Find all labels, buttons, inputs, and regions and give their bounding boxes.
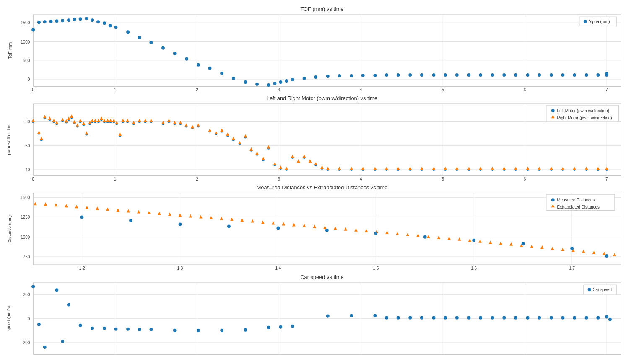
svg-point-376	[522, 242, 525, 245]
svg-point-73	[491, 73, 494, 77]
svg-marker-157	[106, 119, 109, 122]
svg-point-34	[85, 17, 88, 20]
svg-text:1500: 1500	[21, 21, 30, 25]
svg-marker-347	[416, 234, 420, 237]
svg-point-51	[255, 83, 259, 86]
svg-marker-255	[191, 125, 194, 129]
svg-marker-203	[408, 167, 412, 170]
svg-point-48	[220, 72, 223, 75]
svg-point-25	[31, 28, 35, 31]
svg-text:5: 5	[441, 88, 444, 92]
svg-point-82	[596, 73, 600, 77]
tof-chart-panel: TOF (mm) vs time	[4, 4, 640, 93]
svg-point-437	[444, 316, 447, 319]
svg-point-445	[538, 316, 541, 319]
svg-point-75	[514, 73, 517, 77]
svg-text:1.3: 1.3	[177, 266, 183, 271]
svg-marker-265	[238, 141, 242, 144]
svg-marker-360	[551, 247, 554, 250]
svg-text:Alpha (mm): Alpha (mm)	[589, 19, 610, 24]
svg-point-428	[291, 324, 294, 328]
svg-marker-119	[43, 115, 47, 119]
svg-point-27	[43, 20, 47, 23]
svg-point-417	[103, 326, 106, 330]
svg-point-442	[502, 316, 506, 319]
svg-point-44	[173, 52, 177, 55]
svg-text:1.4: 1.4	[275, 266, 281, 271]
svg-marker-221	[514, 167, 517, 170]
svg-point-52	[267, 83, 270, 87]
svg-point-65	[397, 73, 400, 77]
svg-point-54	[279, 80, 282, 84]
svg-marker-277	[308, 159, 312, 163]
svg-marker-253	[184, 124, 188, 127]
svg-marker-207	[432, 167, 436, 170]
svg-text:Measured Distances: Measured Distances	[557, 198, 595, 203]
svg-text:3: 3	[278, 177, 280, 181]
svg-point-368	[129, 219, 132, 222]
svg-text:Car speed: Car speed	[592, 287, 611, 292]
svg-marker-147	[91, 119, 94, 122]
svg-text:1: 1	[114, 177, 117, 181]
svg-text:1000: 1000	[21, 39, 30, 44]
svg-marker-141	[82, 122, 86, 125]
svg-text:500: 500	[23, 58, 30, 63]
svg-marker-137	[76, 124, 79, 127]
svg-point-454	[588, 288, 591, 291]
svg-point-63	[373, 74, 377, 77]
svg-marker-352	[468, 239, 471, 242]
svg-text:Distance (mm): Distance (mm)	[7, 215, 12, 242]
svg-marker-237	[605, 167, 608, 170]
svg-point-68	[432, 73, 436, 77]
svg-marker-281	[320, 165, 324, 169]
svg-point-30	[61, 19, 64, 22]
svg-marker-229	[561, 167, 564, 170]
svg-point-47	[208, 67, 212, 70]
svg-point-367	[80, 216, 84, 219]
svg-marker-197	[373, 167, 377, 170]
svg-point-434	[408, 316, 412, 319]
svg-point-446	[550, 316, 553, 319]
svg-point-39	[114, 26, 118, 29]
svg-point-372	[325, 229, 329, 232]
svg-point-411	[43, 346, 47, 349]
svg-marker-123	[52, 119, 55, 122]
svg-point-42	[149, 41, 153, 44]
svg-point-418	[114, 327, 118, 330]
svg-marker-324	[179, 214, 182, 217]
svg-marker-209	[444, 167, 447, 170]
svg-point-41	[138, 36, 141, 39]
svg-point-40	[126, 30, 130, 34]
svg-marker-219	[502, 167, 506, 170]
page-container: TOF (mm) vs time	[0, 0, 644, 356]
svg-text:speed (mm/s): speed (mm/s)	[6, 306, 11, 331]
svg-point-447	[561, 316, 564, 319]
chart-container: TOF (mm) vs time	[4, 4, 640, 352]
svg-point-410	[37, 322, 41, 326]
svg-marker-366	[613, 253, 616, 256]
svg-marker-149	[93, 119, 97, 122]
svg-marker-317	[106, 208, 109, 211]
svg-text:1500: 1500	[21, 196, 30, 200]
svg-point-70	[455, 73, 459, 77]
svg-point-53	[273, 82, 277, 85]
svg-point-46	[197, 63, 200, 67]
svg-point-415	[79, 323, 82, 327]
svg-text:60: 60	[25, 144, 30, 148]
svg-marker-225	[538, 167, 541, 170]
svg-marker-125	[55, 121, 58, 124]
svg-point-438	[455, 316, 459, 319]
svg-marker-205	[420, 167, 423, 170]
svg-marker-318	[116, 209, 119, 212]
svg-point-28	[49, 20, 53, 23]
svg-marker-336	[303, 224, 306, 227]
svg-marker-239	[126, 119, 129, 122]
svg-marker-333	[272, 222, 275, 225]
svg-text:pwm w/direction: pwm w/direction	[6, 125, 11, 155]
svg-marker-187	[303, 155, 306, 158]
svg-marker-356	[509, 242, 513, 246]
svg-marker-199	[385, 167, 388, 170]
svg-point-59	[326, 75, 330, 78]
svg-marker-215	[479, 167, 482, 170]
svg-marker-311	[44, 203, 47, 206]
